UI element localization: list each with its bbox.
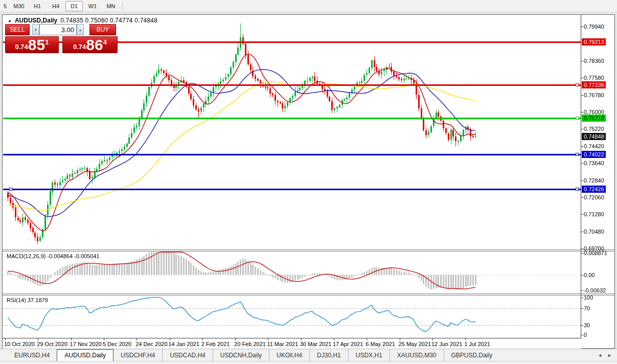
chart-tab[interactable]: GBPUSD,Daily	[444, 349, 500, 361]
y-axis-label: 0.75220	[584, 126, 604, 132]
hline-price-label: 0.77236	[582, 81, 606, 88]
rsi-label: RSI(14) 37.1879	[7, 297, 48, 303]
x-axis-label: 30 Mar 2021	[300, 341, 332, 347]
y-axis-label: 0.70480	[584, 229, 604, 235]
timeframe-button[interactable]: 5	[1, 1, 9, 11]
chart-tab-label: GBPUSD,Daily	[451, 352, 493, 359]
close-value: 0.74848	[134, 17, 157, 24]
timeframe-button[interactable]: M30	[10, 1, 28, 11]
x-axis-label: 5 Dec 2020	[103, 341, 131, 347]
timeframe-toolbar: 5M30H1H4D1W1MN	[0, 0, 617, 12]
y-axis-label: 0.77580	[584, 75, 604, 81]
hline-price-label: 0.75712	[582, 115, 606, 122]
sell-price-display[interactable]: 0.74851	[5, 36, 59, 53]
timeframe-button[interactable]: H4	[47, 1, 64, 11]
chart-window: ▲ AUDUSD,Daily 0.74835 0.75060 0.74774 0…	[2, 14, 615, 349]
rsi-panel-separator[interactable]	[3, 293, 614, 295]
tab-scroll-left-icon[interactable]: ◄	[598, 353, 602, 358]
buy-price-pips: 86	[86, 37, 103, 53]
buy-price-base: 0.74	[73, 43, 86, 51]
tab-scroll-controls: ◄ ►	[598, 349, 617, 361]
chart-tab[interactable]: UKOil,H4	[269, 349, 309, 361]
chart-tab[interactable]: XAUUSD,M30	[390, 349, 444, 361]
macd-panel-separator[interactable]	[3, 249, 614, 252]
timeframe-label: 5	[4, 3, 7, 9]
timeframe-label: H4	[52, 3, 59, 9]
buy-button[interactable]: BUY	[89, 24, 116, 35]
timeframe-label: D1	[71, 3, 78, 9]
toolbar-separator	[122, 2, 123, 10]
chart-tab-label: USDCAD,H4	[170, 352, 205, 359]
x-axis-label: 17 Nov 2020	[70, 341, 102, 347]
time-axis[interactable]: 10 Oct 202029 Oct 202017 Nov 20205 Dec 2…	[3, 338, 581, 349]
spinner-up-icon: ▲	[79, 28, 82, 32]
x-axis-label: 14 Jan 2021	[169, 341, 200, 347]
rsi-panel-canvas[interactable]	[3, 295, 581, 338]
hline-price-label: 0.79213	[582, 38, 606, 46]
volume-decrease-button[interactable]: ▼	[32, 24, 39, 35]
hline-price-label: 0.74022	[582, 151, 606, 158]
chart-tab[interactable]: AUDUSD,Daily	[57, 349, 113, 361]
volume-value: 3.00	[61, 26, 74, 34]
x-axis-label: 17 Apr 2021	[333, 341, 363, 347]
sell-price-pips: 85	[28, 37, 45, 53]
timeframe-label: M30	[13, 3, 24, 9]
chart-tab-label: AUDUSD,Daily	[64, 352, 106, 359]
sell-button[interactable]: SELL	[5, 24, 30, 35]
timeframe-label: H1	[34, 3, 41, 9]
buy-price-display[interactable]: 0.74864	[62, 36, 118, 53]
x-axis-label: 2 Feb 2021	[201, 341, 230, 347]
timeframe-label: MN	[106, 3, 115, 9]
volume-increase-button[interactable]: ▲	[77, 24, 84, 35]
x-axis-label: 25 May 2021	[399, 341, 431, 347]
sell-price-point: 1	[45, 38, 49, 46]
x-axis-label: 10 Oct 2020	[4, 341, 35, 347]
rsi-axis-label: 70	[584, 305, 590, 311]
chart-tab[interactable]: EURUSD,H4	[7, 349, 57, 361]
y-axis-label: 0.74420	[584, 143, 604, 149]
current-price-label: 0.74848	[582, 133, 606, 140]
price-axis-line	[581, 15, 581, 338]
y-axis-label: 0.76780	[584, 92, 604, 98]
y-axis-label: 0.78360	[584, 58, 604, 64]
one-click-trading-widget: SELL ▼ 3.00 ▲ BUY 0.74851 0.74864	[5, 24, 120, 53]
chart-tab[interactable]: USDCHF,H4	[113, 349, 162, 361]
chart-tab[interactable]: DJ30,H1	[309, 349, 348, 361]
rsi-axis-label: 0	[584, 332, 587, 338]
rsi-axis-label: 30	[584, 322, 590, 328]
timeframe-button[interactable]: H1	[29, 1, 46, 11]
tab-scroll-right-icon[interactable]: ►	[607, 353, 612, 358]
chart-tabs: EURUSD,H4AUDUSD,DailyUSDCHF,H4USDCAD,H4U…	[0, 349, 499, 361]
chart-title: ▲ AUDUSD,Daily 0.74835 0.75060 0.74774 0…	[8, 17, 157, 24]
chart-tab[interactable]: USDCAD,H4	[162, 349, 212, 361]
x-axis-label: 1 Jul 2021	[464, 341, 490, 347]
chart-tab-label: USDCHF,H4	[121, 352, 155, 359]
sell-label: SELL	[10, 26, 25, 33]
timeframe-label: W1	[88, 3, 97, 9]
collapse-icon[interactable]: ▲	[8, 18, 12, 23]
y-axis-label: 0.71280	[584, 211, 604, 217]
macd-label: MACD(12,26,9) -0.004864 -0.005041	[7, 253, 100, 259]
macd-axis-label: -0.00632	[584, 287, 606, 293]
chart-tab-label: XAUUSD,M30	[397, 352, 437, 359]
buy-price-point: 4	[103, 38, 107, 46]
chart-tab[interactable]: USDX,H1	[348, 349, 390, 361]
timeframe-button[interactable]: MN	[102, 1, 120, 11]
chart-tab-label: USDCNH,Daily	[220, 352, 262, 359]
y-axis-label: 0.79940	[584, 24, 604, 30]
chart-tab-label: EURUSD,H4	[14, 352, 50, 359]
x-axis-label: 24 Dec 2020	[135, 341, 167, 347]
timeframe-button[interactable]: W1	[84, 1, 101, 11]
volume-input[interactable]: 3.00	[39, 24, 77, 35]
spinner-down-icon: ▼	[34, 28, 38, 32]
x-axis-label: 6 May 2021	[365, 341, 395, 347]
macd-axis-label: 0.00	[584, 272, 595, 278]
status-strip	[0, 361, 617, 364]
timeframe-button[interactable]: D1	[65, 1, 83, 11]
macd-axis-label: 0.008871	[584, 250, 607, 256]
chart-tab[interactable]: USDCNH,Daily	[213, 349, 269, 361]
x-axis-label: 29 Oct 2020	[37, 341, 67, 347]
y-axis-label: 0.72060	[584, 194, 604, 200]
chart-tab-label: DJ30,H1	[317, 352, 341, 359]
timeframe-buttons: 5M30H1H4D1W1MN	[0, 1, 120, 11]
